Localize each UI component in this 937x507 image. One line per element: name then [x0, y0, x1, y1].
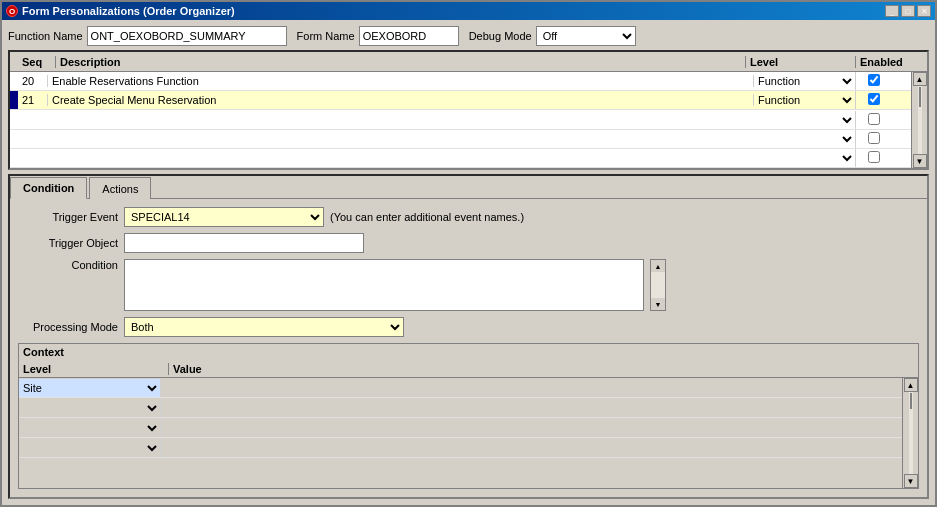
cond-scroll-down[interactable]: ▼	[651, 298, 665, 310]
title-bar: O Form Personalizations (Order Organizer…	[2, 2, 935, 20]
enabled-checkbox[interactable]	[868, 74, 880, 86]
ctx-cell-value	[161, 379, 902, 397]
form-name-group: Form Name	[297, 26, 459, 46]
table-row[interactable]	[10, 149, 911, 168]
function-name-input[interactable]	[87, 26, 287, 46]
trigger-event-label: Trigger Event	[18, 211, 118, 223]
trigger-event-row: Trigger Event SPECIAL14 (You can enter a…	[18, 207, 919, 227]
scroll-down-button[interactable]: ▼	[913, 154, 927, 168]
ctx-level-select[interactable]: SiteResponsibilityUser	[19, 399, 160, 417]
trigger-event-select[interactable]: SPECIAL14	[124, 207, 324, 227]
ctx-value-input[interactable]	[161, 419, 902, 437]
ctx-cell-value	[161, 419, 902, 437]
app-icon: O	[6, 5, 18, 17]
ctx-cell-level: SiteResponsibilityUser	[19, 399, 161, 417]
ctx-col-level: Level	[19, 363, 169, 375]
ctx-value-input[interactable]	[161, 439, 902, 457]
close-button[interactable]: ✕	[917, 5, 931, 17]
condition-scrollbar[interactable]: ▲ ▼	[650, 259, 666, 311]
context-title: Context	[19, 344, 918, 360]
ctx-col-value: Value	[169, 363, 902, 375]
enabled-checkbox[interactable]	[868, 113, 880, 125]
context-row[interactable]: Site Responsibility User	[19, 378, 902, 398]
form-name-input[interactable]	[359, 26, 459, 46]
table-row[interactable]: 20 Enable Reservations Function Function	[10, 72, 911, 91]
condition-label: Condition	[18, 259, 118, 271]
table-row[interactable]	[10, 130, 911, 149]
context-scrollbar[interactable]: ▲ ▼	[902, 378, 918, 488]
col-seq: Seq	[18, 56, 56, 68]
table-rows: 20 Enable Reservations Function Function	[10, 72, 911, 168]
tab-actions[interactable]: Actions	[89, 177, 151, 199]
cell-enabled	[856, 93, 911, 107]
table-row[interactable]: 21 Create Special Menu Reservation Funct…	[10, 91, 911, 110]
level-select[interactable]	[754, 130, 855, 148]
processing-mode-label: Processing Mode	[18, 321, 118, 333]
tabs-container: Condition Actions Trigger Event SPECIAL1…	[8, 174, 929, 499]
context-row[interactable]: SiteResponsibilityUser	[19, 438, 902, 458]
table-body: 20 Enable Reservations Function Function	[10, 72, 927, 168]
trigger-event-hint: (You can enter additional event names.)	[330, 211, 524, 223]
cell-level: Function	[754, 91, 856, 109]
enabled-checkbox[interactable]	[868, 151, 880, 163]
cell-seq: 21	[18, 94, 48, 106]
main-window: O Form Personalizations (Order Organizer…	[0, 0, 937, 507]
ctx-cell-level: SiteResponsibilityUser	[19, 439, 161, 457]
condition-textarea[interactable]	[124, 259, 644, 311]
level-select[interactable]: Function	[754, 72, 855, 90]
ctx-scroll-track	[909, 392, 913, 474]
enabled-checkbox[interactable]	[868, 132, 880, 144]
scroll-up-button[interactable]: ▲	[913, 72, 927, 86]
ctx-cell-value	[161, 399, 902, 417]
level-select[interactable]	[754, 149, 855, 167]
cell-enabled	[856, 74, 911, 88]
trigger-object-row: Trigger Object	[18, 233, 919, 253]
context-row[interactable]: SiteResponsibilityUser	[19, 418, 902, 438]
tab-header: Condition Actions	[10, 176, 927, 199]
ctx-value-input[interactable]	[161, 379, 902, 397]
context-rows-wrapper: Site Responsibility User	[19, 378, 918, 488]
cond-scroll-track	[651, 272, 665, 298]
enabled-checkbox[interactable]	[868, 93, 880, 105]
debug-mode-select[interactable]: Off On	[536, 26, 636, 46]
table-scrollbar[interactable]: ▲ ▼	[911, 72, 927, 168]
maximize-button[interactable]: □	[901, 5, 915, 17]
scroll-track	[918, 86, 922, 154]
function-name-label: Function Name	[8, 30, 83, 42]
context-section: Context Level Value	[18, 343, 919, 489]
ctx-cell-value	[161, 439, 902, 457]
ctx-cell-level: Site Responsibility User	[19, 379, 161, 397]
ctx-level-select[interactable]: Site Responsibility User	[19, 379, 160, 397]
table-row[interactable]	[10, 110, 911, 129]
minimize-button[interactable]: _	[885, 5, 899, 17]
ctx-cell-level: SiteResponsibilityUser	[19, 419, 161, 437]
context-row[interactable]: SiteResponsibilityUser	[19, 398, 902, 418]
ctx-scroll-up[interactable]: ▲	[904, 378, 918, 392]
level-select[interactable]	[754, 111, 855, 129]
trigger-object-input[interactable]	[124, 233, 364, 253]
function-name-group: Function Name	[8, 26, 287, 46]
processing-mode-select[interactable]: Both Online Batch	[124, 317, 404, 337]
context-header: Level Value	[19, 360, 918, 378]
col-level: Level	[746, 56, 856, 68]
debug-mode-group: Debug Mode Off On	[469, 26, 636, 46]
ctx-scroll-down[interactable]: ▼	[904, 474, 918, 488]
col-enabled: Enabled	[856, 56, 911, 68]
context-table: Level Value Site	[19, 360, 918, 488]
cell-desc: Enable Reservations Function	[48, 75, 754, 87]
condition-tab-content: Trigger Event SPECIAL14 (You can enter a…	[10, 199, 927, 497]
ctx-level-select[interactable]: SiteResponsibilityUser	[19, 439, 160, 457]
title-buttons: _ □ ✕	[885, 5, 931, 17]
table-header: Seq Description Level Enabled	[10, 52, 927, 72]
processing-mode-row: Processing Mode Both Online Batch	[18, 317, 919, 337]
ctx-level-select[interactable]: SiteResponsibilityUser	[19, 419, 160, 437]
ctx-value-input[interactable]	[161, 399, 902, 417]
window-title: Form Personalizations (Order Organizer)	[22, 5, 235, 17]
cond-scroll-up[interactable]: ▲	[651, 260, 665, 272]
top-bar: Function Name Form Name Debug Mode Off O…	[8, 26, 929, 46]
col-description: Description	[56, 56, 746, 68]
tab-condition[interactable]: Condition	[10, 177, 87, 199]
scroll-thumb[interactable]	[919, 87, 921, 107]
ctx-scroll-thumb[interactable]	[910, 393, 912, 409]
level-select[interactable]: Function	[754, 91, 855, 109]
